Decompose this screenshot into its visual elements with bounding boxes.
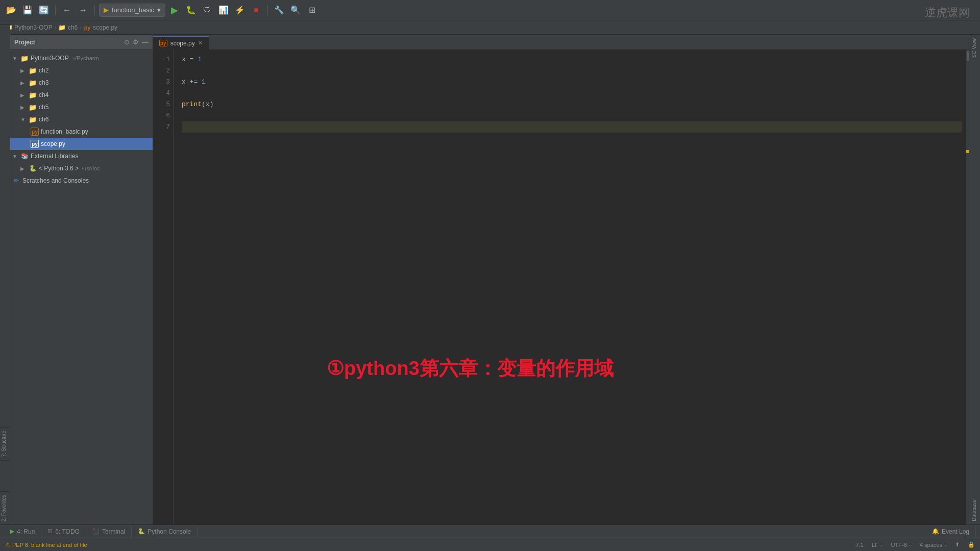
watermark: 逆虎课网 [925,5,970,20]
debug-button[interactable]: 🐛 [184,3,198,17]
database-tab[interactable]: Database [970,496,980,524]
sep3 [267,5,268,15]
code-line-3: x += 1 [182,77,962,88]
ch3-folder-icon: 📁 [29,79,37,87]
status-right: 7:1 LF ÷ UTF-8 ÷ 4 spaces ÷ ⬆ 🔒 [855,541,975,548]
ch2-arrow: ▶ [20,68,27,73]
py-scope-icon: py [31,140,39,148]
code-line-2 [182,65,962,77]
git-icon: ⬆ [955,541,960,548]
ch5-folder-icon: 📁 [29,103,37,111]
code-line-5: print(x) [182,99,962,110]
tree-ch4[interactable]: ▶ 📁 ch4 [10,89,153,101]
tab-structure[interactable]: 7: Structure [0,427,10,461]
tree-ch2[interactable]: ▶ 📁 ch2 [10,64,153,77]
profile-button[interactable]: 📊 [216,3,231,17]
stop-button[interactable]: ■ [249,3,263,17]
forward-icon[interactable]: → [76,3,90,17]
ch6-folder-icon: 📁 [29,115,37,123]
run-config-dropdown[interactable]: ▶ function_basic ▾ [99,4,165,17]
search-everywhere-icon[interactable]: 🔍 [288,3,303,17]
tab-close-icon[interactable]: ✕ [198,40,203,46]
toolbar: 📂 💾 🔄 ← → ▶ function_basic ▾ ▶ 🐛 🛡 📊 ⚡ ■… [0,0,980,20]
editor-area: py scope.py ✕ 1 2 3 4 5 6 7 x = 1 x += 1… [153,35,970,524]
py36-icon: 🐍 [29,164,37,172]
back-icon[interactable]: ← [60,3,74,17]
python-console-tab-icon: 🐍 [138,528,145,535]
tree-scope-py[interactable]: py scope.py [10,138,153,150]
status-bar: ⚠ PEP 8: blank line at end of file 7:1 L… [0,538,980,551]
encoding[interactable]: UTF-8 ÷ [891,542,912,548]
tab-run[interactable]: ▶ 4: Run [4,526,41,537]
warning-icon: ⚠ [5,541,10,548]
breadcrumb-scope-py[interactable]: scope.py [93,24,117,31]
code-line-7 [182,121,962,133]
tree-scratches[interactable]: ✏ Scratches and Consoles [10,174,153,187]
scratches-icon: ✏ [12,177,20,185]
tree-function-basic[interactable]: py function_basic.py [10,126,153,138]
file-tree: ▼ 📁 Python3-OOP ~/Pycharm ▶ 📁 ch2 ▶ 📁 ch… [10,50,153,524]
editor-tabs: py scope.py ✕ [153,35,970,50]
py-file-icon: py [31,128,39,136]
save-icon[interactable]: 💾 [20,3,35,17]
code-area[interactable]: 1 2 3 4 5 6 7 x = 1 x += 1 print(x) ①pyt… [153,50,970,524]
tab-python-console[interactable]: 🐍 Python Console [132,526,198,537]
minimize-icon[interactable]: — [142,38,149,46]
scm-view-tab[interactable]: SC View [970,35,980,61]
breadcrumb-python3-oop[interactable]: Python3-OOP [14,24,53,31]
ch5-arrow: ▶ [20,105,27,110]
code-line-1: x = 1 [182,54,962,65]
right-panel-strip: SC View Database [970,35,980,524]
cursor-position: 7:1 [855,542,863,548]
run-tab-icon: ▶ [10,528,14,535]
line-numbers: 1 2 3 4 5 6 7 [153,50,174,524]
tab-terminal[interactable]: ⬛ Terminal [86,526,132,537]
tree-root[interactable]: ▼ 📁 Python3-OOP ~/Pycharm [10,52,153,64]
project-panel-title: Project [14,39,121,46]
tab-todo[interactable]: ☑ 6: TODO [41,526,86,537]
outer-layout: 1: Project Project ⊙ ⚙ — ▼ 📁 Python3-OOP… [0,35,980,524]
open-folder-icon[interactable]: 📂 [4,3,18,17]
tab-scope-py[interactable]: py scope.py ✕ [153,36,209,49]
sep2 [94,5,95,15]
coverage-button[interactable]: 🛡 [200,3,214,17]
ext-libs-icon: 📚 [20,152,29,160]
event-log-tab-icon: 🔔 [932,528,939,535]
root-arrow: ▼ [12,56,18,61]
sync-icon[interactable]: 🔄 [37,3,51,17]
tab-favorites[interactable]: 2: Favorites [0,491,10,524]
settings-panel-icon[interactable]: ⚙ [133,38,139,46]
settings-icon[interactable]: 🔧 [272,3,286,17]
tree-ch3[interactable]: ▶ 📁 ch3 [10,77,153,89]
project-panel: Project ⊙ ⚙ — ▼ 📁 Python3-OOP ~/Pycharm … [10,35,153,524]
tab-event-log[interactable]: 🔔 Event Log [926,526,976,537]
code-editor[interactable]: x = 1 x += 1 print(x) [174,50,970,524]
indent-settings[interactable]: 4 spaces ÷ [920,542,947,548]
scope-icon[interactable]: ⊙ [124,38,130,46]
tree-ch6[interactable]: ▼ 📁 ch6 [10,113,153,126]
ch3-arrow: ▶ [20,80,27,86]
py36-arrow: ▶ [20,166,27,171]
concurrency-button[interactable]: ⚡ [233,3,247,17]
tab-scope-label: scope.py [170,40,195,47]
file-scope-icon: py [84,24,91,31]
root-folder-icon: 📁 [20,54,29,62]
project-header: Project ⊙ ⚙ — [10,35,153,50]
ch6-arrow: ▼ [20,117,27,122]
vcs-icon: 🔒 [968,541,975,548]
layout-icon[interactable]: ⊞ [305,3,319,17]
code-line-4 [182,88,962,99]
line-ending[interactable]: LF ÷ [872,542,883,548]
ch2-folder-icon: 📁 [29,66,37,74]
sep1 [55,5,56,15]
run-button[interactable]: ▶ [167,3,182,17]
tree-python36[interactable]: ▶ 🐍 < Python 3.6 > /usr/loc [10,162,153,174]
project-side-tab [0,20,10,25]
tree-external-libs[interactable]: ▼ 📚 External Libraries [10,150,153,162]
ch4-folder-icon: 📁 [29,91,37,99]
terminal-tab-icon: ⬛ [92,528,100,535]
breadcrumb-ch6[interactable]: ch6 [68,24,78,31]
tree-ch5[interactable]: ▶ 📁 ch5 [10,101,153,113]
side-tabs: 7: Structure 2: Favorites [0,20,10,524]
ext-libs-arrow: ▼ [12,154,18,159]
